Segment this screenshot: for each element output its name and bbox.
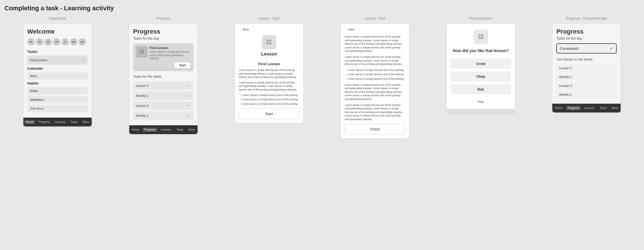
ahead-activity2[interactable]: Activity 2 (556, 91, 617, 98)
week-task-label-activity2: Activity 2 (136, 114, 149, 117)
calendar-more[interactable]: More (27, 72, 88, 80)
nav-progress[interactable]: Progress (37, 120, 52, 124)
first-lesson-label: First Lesson (30, 58, 47, 62)
ahead-lesson2[interactable]: Lesson 2 (556, 64, 617, 72)
lesson-end-text-1: Lorem Ipsum is simply dummy text of the … (345, 35, 405, 53)
ahead-lesson3[interactable]: Lesson 3 (556, 82, 617, 89)
day-sa[interactable]: Sa (70, 38, 77, 46)
completed-label: Completed! (560, 46, 579, 51)
lesson-end-text-3: Lorem Ipsum is simply dummy text of the … (345, 83, 405, 101)
nav-more-c[interactable]: More (610, 106, 620, 110)
day-tu[interactable]: Tu (36, 38, 43, 46)
lesson-bullets: Lorem Ipsum is simply dummy text of the … (239, 93, 299, 106)
tasks-week-label: Tasks for the week (133, 75, 194, 79)
habit-water[interactable]: Water (27, 87, 88, 95)
bullet-1: Lorem Ipsum is simply dummy text of the … (240, 93, 299, 97)
nav-home-p[interactable]: Home (130, 128, 141, 132)
lesson-end-bullets: Lorem Ipsum is simply dummy text of the … (345, 68, 405, 81)
back-arrow-icon: ← (239, 28, 242, 31)
nav-team[interactable]: Team (69, 120, 79, 124)
tasks-day-completed-label: Tasks for the day (556, 36, 617, 40)
lesson-thumbnail: 🖼 (136, 46, 147, 58)
welcome-title: Welcome (27, 28, 88, 35)
lesson-end-text-4: Lorem Ipsum is simply dummy text of the … (345, 103, 405, 121)
arrow-icon-4: → (187, 113, 191, 118)
personalization-body: 🖼 How did you like that lesson? Great Ok… (447, 24, 515, 109)
lesson-body-text-1: Lorem Ipsum is simply dummy text of the … (239, 68, 299, 79)
column-lesson-start: Lesson - Start ← Back 🖼 Lesson First Les… (216, 17, 322, 123)
habits-label: Habits (27, 81, 88, 85)
nav-lessons-p[interactable]: Lessons (159, 128, 173, 132)
first-lesson-card[interactable]: 🖼 First Lesson Lorem Ipsum is simply dum… (133, 43, 194, 71)
week-task-lesson3[interactable]: Lesson 3 → (133, 101, 194, 110)
completed-badge: Completed! ✓ (556, 43, 617, 54)
start-button[interactable]: Start (174, 62, 190, 68)
ahead-activity1[interactable]: Activity 1 (556, 73, 617, 81)
add-more-button[interactable]: Add More (27, 105, 88, 112)
lesson-start-body: ← Back 🖼 Lesson First Lesson Lorem Ipsum… (235, 24, 303, 123)
first-lesson-task[interactable]: First Lesson → (27, 56, 88, 65)
day-w[interactable]: W (44, 38, 52, 46)
week-task-activity2[interactable]: Activity 2 → (133, 111, 194, 120)
lesson-center: 🖼 Lesson (239, 35, 299, 59)
check-icon: ✓ (610, 46, 613, 51)
day-th[interactable]: Th (53, 38, 60, 46)
rating-great[interactable]: Great (451, 59, 511, 69)
lesson-description: Lorem Ipsum is simply dummy text of the … (150, 50, 191, 60)
progress-body: Progress Tasks for the day 🖼 First Lesso… (129, 24, 198, 125)
nav-more[interactable]: More (81, 120, 91, 124)
lesson-icon-big: 🖼 (262, 35, 276, 49)
back-link-end[interactable]: ← Back (345, 28, 405, 31)
column-dashboard: Dashobard Welcome M Tu W Th F Sa Su Task… (5, 17, 110, 126)
habit-meditation[interactable]: Meditation (27, 96, 88, 103)
day-m[interactable]: M (27, 38, 35, 46)
bullet-3: Lorem Ipsum is simply dummy text of the … (240, 102, 299, 106)
day-su[interactable]: Su (79, 38, 86, 46)
lesson-start-title: Lesson (261, 52, 277, 57)
end-bullet-3: Lorem Ipsum is simply dummy text of the … (346, 77, 405, 81)
column-label-lesson-end: Lesson - End (365, 17, 385, 21)
end-bullet-2: Lorem Ipsum is simply dummy text of the … (346, 73, 405, 76)
back-arrow-icon-end: ← (345, 28, 348, 31)
screen-personalization: 🖼 How did you like that lesson? Great Ok… (447, 24, 515, 114)
page-title: Completing a task - Learning activity (5, 5, 639, 12)
column-progress: Progress Progress Tasks for the day 🖼 Fi… (110, 17, 216, 134)
end-bullet-1: Lorem Ipsum is simply dummy text of the … (346, 68, 405, 72)
nav-home[interactable]: Home (24, 120, 35, 124)
lesson-start-button[interactable]: Start (239, 108, 299, 119)
lesson-start-name: First Lesson (239, 62, 299, 66)
screen-progress: Progress Tasks for the day 🖼 First Lesso… (129, 24, 198, 134)
tasks-label: Tasks (27, 50, 88, 54)
lesson-info: First Lesson Lorem Ipsum is simply dummy… (150, 46, 191, 60)
column-personalization: Personalization 🖼 How did you like that … (428, 17, 534, 114)
nav-team-c[interactable]: Team (598, 106, 608, 110)
nav-lessons[interactable]: Lessons (53, 120, 67, 124)
nav-lessons-c[interactable]: Lessons (582, 106, 596, 110)
personalization-footer (447, 109, 515, 114)
week-task-label-lesson2: Lesson 2 (136, 84, 149, 87)
rating-bad[interactable]: Bad (451, 84, 511, 94)
bullet-2: Lorem Ipsum is simply dummy text of the … (240, 98, 299, 101)
get-ahead-label: Get Ahead on the Week (556, 58, 617, 62)
column-label-lesson-start: Lesson - Start (259, 17, 280, 21)
column-lesson-end: Lesson - End ← Back Lorem Ipsum is simpl… (322, 17, 428, 138)
nav-more-p[interactable]: More (187, 128, 197, 132)
dashboard-body: Welcome M Tu W Th F Sa Su Tasks First Le… (23, 24, 92, 118)
nav-progress-c[interactable]: Progress (566, 106, 581, 110)
nav-team-p[interactable]: Team (175, 128, 185, 132)
finish-button[interactable]: Finish (345, 124, 405, 134)
screen-lesson-end: ← Back Lorem Ipsum is simply dummy text … (341, 24, 409, 138)
rating-okay[interactable]: Okay (451, 71, 511, 81)
nav-home-c[interactable]: Home (553, 106, 564, 110)
week-task-lesson2[interactable]: Lesson 2 → (133, 81, 194, 90)
progress-completed-footer: Home Progress Lessons Team More (552, 104, 621, 112)
day-circles: M Tu W Th F Sa Su (27, 38, 88, 46)
skip-link[interactable]: Skip (478, 100, 484, 103)
day-f[interactable]: F (61, 38, 69, 46)
back-link-start[interactable]: ← Back (239, 28, 299, 31)
week-task-activity1[interactable]: Activity 1 → (133, 91, 194, 100)
column-label-dashboard: Dashobard (49, 17, 66, 21)
screen-progress-completed: Progress Tasks for the day Completed! ✓ … (552, 24, 621, 112)
column-label-progress: Progress (156, 17, 170, 21)
nav-progress-p[interactable]: Progress (143, 128, 157, 132)
